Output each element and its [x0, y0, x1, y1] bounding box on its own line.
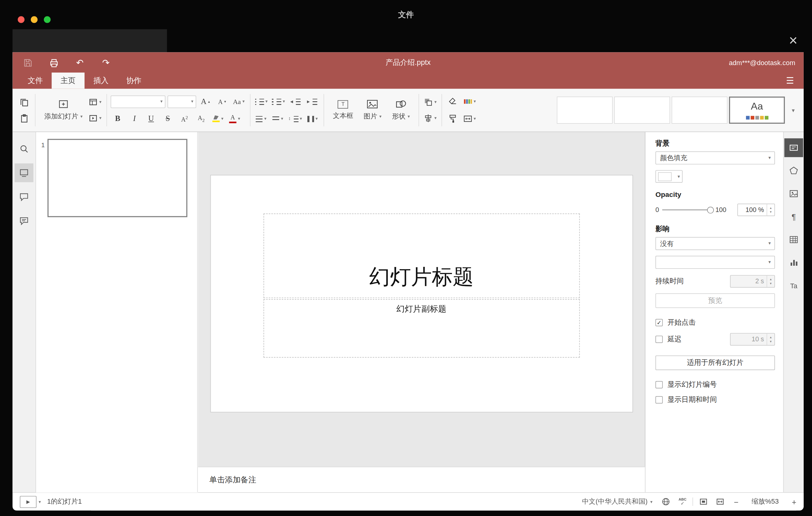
- add-slide-button[interactable]: 添加幻灯片▾: [39, 99, 88, 121]
- comments-button[interactable]: [14, 187, 33, 206]
- align-shape-button[interactable]: ▾: [423, 112, 438, 125]
- slide-canvas[interactable]: 幻灯片标题 幻灯片副标题: [198, 132, 645, 467]
- insert-textbox-button[interactable]: T 文本框: [328, 100, 358, 120]
- paste-button[interactable]: [17, 112, 31, 125]
- save-button[interactable]: [22, 57, 33, 68]
- search-button[interactable]: [14, 140, 33, 158]
- theme-gallery-expand-button[interactable]: ▾: [787, 96, 800, 124]
- chart-settings-button[interactable]: [784, 253, 803, 272]
- tab-home[interactable]: 主页: [52, 73, 85, 89]
- underline-button[interactable]: U: [144, 113, 158, 125]
- slide[interactable]: 幻灯片标题 幻灯片副标题: [211, 175, 633, 412]
- spinner-arrows[interactable]: ▴▾: [767, 334, 774, 345]
- zoom-in-button[interactable]: +: [792, 497, 796, 506]
- bullet-list-button[interactable]: ▾: [254, 95, 269, 108]
- start-on-click-checkbox[interactable]: ✓: [656, 319, 663, 326]
- minimize-window-button[interactable]: [31, 16, 38, 23]
- preview-button[interactable]: 预览: [656, 293, 775, 308]
- notes-area[interactable]: 单击添加备注: [198, 467, 645, 492]
- opacity-field[interactable]: 100 % ▴▾: [737, 204, 775, 216]
- apply-to-all-slides-button[interactable]: 适用于所有幻灯片: [656, 355, 775, 370]
- subtitle-placeholder[interactable]: 幻灯片副标题: [263, 299, 579, 357]
- opacity-slider[interactable]: [662, 209, 710, 210]
- slides-panel-button[interactable]: [14, 163, 33, 182]
- line-spacing-button[interactable]: ↕▾: [287, 113, 303, 125]
- background-fill-select[interactable]: 颜色填充 ▾: [656, 151, 775, 165]
- clear-style-button[interactable]: [445, 95, 460, 108]
- copy-style-button[interactable]: [445, 113, 460, 125]
- maximize-window-button[interactable]: [44, 16, 51, 23]
- numbered-list-button[interactable]: ▾: [271, 95, 286, 108]
- undo-button[interactable]: ↶: [74, 57, 85, 68]
- spinner-arrows[interactable]: ▴▾: [767, 204, 774, 216]
- spellcheck-button[interactable]: ABC ✓: [678, 497, 687, 506]
- delay-field[interactable]: 10 s ▴▾: [730, 333, 775, 346]
- effect-type-select[interactable]: ▾: [656, 256, 775, 269]
- theme-option-1[interactable]: [557, 96, 613, 124]
- show-date-checkbox[interactable]: [656, 396, 663, 404]
- fit-slide-button[interactable]: [699, 497, 708, 506]
- theme-option-2[interactable]: [614, 96, 670, 124]
- increase-font-button[interactable]: A▴: [198, 95, 212, 108]
- theme-option-selected[interactable]: Aa: [729, 96, 785, 124]
- tab-file[interactable]: 文件: [19, 73, 52, 89]
- subscript-button[interactable]: A2: [194, 113, 208, 125]
- start-slideshow-status-button[interactable]: ▶: [20, 496, 36, 508]
- opacity-slider-knob[interactable]: [707, 206, 714, 213]
- slide-thumbnail-1[interactable]: [48, 139, 187, 217]
- duration-field[interactable]: 2 s ▴▾: [730, 275, 775, 288]
- insert-image-button[interactable]: 图片▾: [358, 99, 387, 121]
- insert-shape-button[interactable]: 形状▾: [387, 99, 415, 121]
- close-window-button[interactable]: [18, 16, 25, 23]
- title-placeholder[interactable]: 幻灯片标题: [263, 213, 579, 298]
- font-family-combo[interactable]: ▾: [111, 95, 165, 108]
- delay-checkbox[interactable]: [656, 336, 663, 343]
- columns-button[interactable]: ▾: [305, 113, 320, 125]
- change-layout-button[interactable]: ▾: [88, 96, 103, 108]
- effect-select[interactable]: 没有 ▾: [656, 237, 775, 250]
- print-button[interactable]: [48, 57, 60, 68]
- strikethrough-button[interactable]: S: [161, 113, 175, 125]
- italic-button[interactable]: I: [127, 113, 142, 125]
- font-color-button[interactable]: A ▾: [227, 113, 242, 125]
- show-slide-number-checkbox[interactable]: [656, 381, 663, 389]
- copy-button[interactable]: [17, 96, 31, 108]
- decrease-indent-button[interactable]: ◀: [288, 95, 303, 108]
- language-selector[interactable]: 中文(中华人民共和国): [582, 497, 648, 506]
- image-settings-button[interactable]: [784, 184, 803, 203]
- textart-settings-button[interactable]: Ta: [784, 276, 803, 295]
- horizontal-align-button[interactable]: ▾: [254, 113, 268, 125]
- highlight-color-button[interactable]: ▾: [211, 113, 225, 125]
- background-color-select[interactable]: ▾: [656, 170, 683, 183]
- document-language-button[interactable]: [662, 497, 670, 506]
- superscript-button[interactable]: A2: [177, 113, 192, 125]
- change-case-button[interactable]: Aa▾: [231, 95, 246, 108]
- font-size-combo[interactable]: ▾: [167, 95, 196, 108]
- chevron-down-icon: ▾: [677, 174, 680, 179]
- bold-button[interactable]: B: [111, 113, 125, 125]
- paragraph-settings-button[interactable]: ¶: [784, 207, 803, 226]
- modal-close-button[interactable]: ×: [785, 31, 802, 50]
- theme-option-3[interactable]: [672, 96, 727, 124]
- spinner-arrows[interactable]: ▴▾: [767, 276, 774, 287]
- chevron-down-icon[interactable]: ▾: [650, 499, 652, 504]
- table-settings-button[interactable]: [784, 230, 803, 249]
- tab-insert[interactable]: 插入: [85, 73, 118, 89]
- slide-settings-button[interactable]: [784, 138, 803, 157]
- tab-collaboration[interactable]: 协作: [118, 73, 150, 89]
- zoom-out-button[interactable]: −: [734, 497, 738, 506]
- color-scheme-button[interactable]: ▾: [462, 95, 477, 108]
- zoom-level-label[interactable]: 缩放%53: [749, 497, 781, 506]
- increase-indent-button[interactable]: ▶: [305, 95, 319, 108]
- fit-width-button[interactable]: [716, 497, 725, 506]
- decrease-font-button[interactable]: A▾: [215, 95, 229, 108]
- redo-button[interactable]: ↷: [100, 57, 112, 68]
- slide-size-button[interactable]: ▾: [462, 113, 477, 125]
- chevron-down-icon[interactable]: ▾: [38, 499, 41, 504]
- chat-button[interactable]: [14, 211, 33, 230]
- shape-settings-button[interactable]: [784, 162, 803, 180]
- hamburger-menu-icon[interactable]: ☰: [784, 75, 796, 86]
- start-slideshow-button[interactable]: ▾: [88, 112, 103, 125]
- arrange-shape-button[interactable]: ▾: [423, 96, 438, 108]
- vertical-align-button[interactable]: ▾: [270, 113, 285, 125]
